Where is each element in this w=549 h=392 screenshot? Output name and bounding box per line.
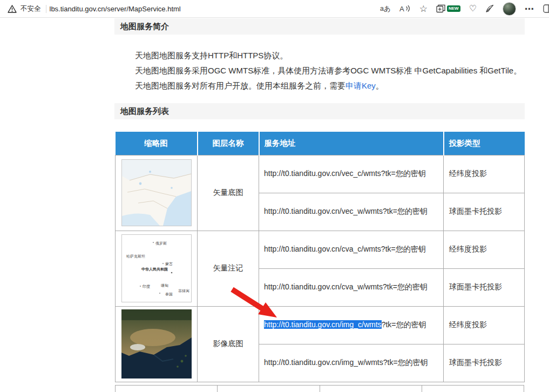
svg-text:泰国: 泰国 <box>165 292 173 296</box>
intro-paragraph-1: 天地图地图服务支持HTTP和HTTPS协议。 <box>114 50 525 60</box>
thumbnail-imagery-map <box>116 306 198 382</box>
profile-avatar[interactable] <box>503 2 516 16</box>
layer-name: 矢量底图 <box>198 155 259 231</box>
layer-name: 影像底图 <box>198 306 259 382</box>
table-row: 矢量底图 http://t0.tianditu.gov.cn/vec_c/wmt… <box>116 155 525 193</box>
svg-text:印度: 印度 <box>143 285 150 289</box>
empty-cell <box>422 385 524 392</box>
svg-text:蒙古: 蒙古 <box>165 262 173 266</box>
read-aloud-icon[interactable]: A <box>399 4 411 13</box>
projection-type: 经纬度投影 <box>444 231 525 268</box>
security-label: 不安全 <box>21 4 41 13</box>
empty-cell <box>320 385 422 392</box>
thumbnail-annotation-map: 俄罗斯 哈萨克斯坦 蒙古 中华人民共和国 印度 缅甸 泰国 菲律宾 <box>116 231 198 306</box>
collections-icon[interactable]: NEW <box>436 4 460 13</box>
thumbnail-vector-map <box>116 155 198 231</box>
url-remainder: ?tk=您的密钥 <box>382 320 426 329</box>
empty-cell <box>218 385 320 392</box>
intro-section-title: 地图服务简介 <box>114 18 525 35</box>
map-service-table: 缩略图 图层名称 服务地址 投影类型 <box>115 132 525 382</box>
chip-divider <box>46 5 46 13</box>
service-url-highlighted: http://t0.tianditu.gov.cn/img_c/wmts?tk=… <box>259 306 444 344</box>
service-url: http://t0.tianditu.gov.cn/cva_c/wmts?tk=… <box>259 231 444 268</box>
projection-type: 球面墨卡托投影 <box>444 268 525 306</box>
header-layer-name: 图层名称 <box>198 132 259 155</box>
table-row <box>116 385 524 392</box>
svg-text:A: A <box>399 5 404 13</box>
site-security-chip[interactable]: 不安全 <box>0 4 41 13</box>
imagery-map-image <box>121 309 192 379</box>
table-header-row: 缩略图 图层名称 服务地址 投影类型 <box>116 132 525 155</box>
vector-map-image <box>122 160 191 226</box>
apply-key-link[interactable]: 申请Key <box>345 81 376 90</box>
translate-icon[interactable]: aあ <box>380 5 391 12</box>
chrome-toolbar-icons: aあ A ☆ NEW ♡ ⋯ <box>380 2 549 16</box>
selected-text: http://t0.tianditu.gov.cn/img_c/wmts <box>264 320 382 329</box>
service-url: http://t0.tianditu.gov.cn/img_w/wmts?tk=… <box>259 344 444 382</box>
header-thumbnail: 缩略图 <box>116 132 198 155</box>
intro-paragraph-3: 天地图地图服务对所有用户开放。使用本组服务之前，需要申请Key。 <box>114 80 525 91</box>
empty-cell <box>116 385 218 392</box>
table-row: 俄罗斯 哈萨克斯坦 蒙古 中华人民共和国 印度 缅甸 泰国 菲律宾 <box>116 231 525 268</box>
avatar <box>503 2 516 16</box>
svg-text:哈萨克斯坦: 哈萨克斯坦 <box>126 254 145 259</box>
partial-next-row <box>115 385 524 392</box>
header-service-url: 服务地址 <box>259 132 444 155</box>
sidebar-icon[interactable] <box>543 4 549 13</box>
projection-type: 球面墨卡托投影 <box>444 193 525 231</box>
address-bar-url[interactable]: lbs.tianditu.gov.cn/server/MapService.ht… <box>50 5 181 13</box>
svg-text:俄罗斯: 俄罗斯 <box>155 241 167 246</box>
annotation-map-image: 俄罗斯 哈萨克斯坦 蒙古 中华人民共和国 印度 缅甸 泰国 菲律宾 <box>122 235 191 302</box>
intro-paragraph-3-period: 。 <box>376 81 384 90</box>
service-url: http://t0.tianditu.gov.cn/cva_w/wmts?tk=… <box>259 268 444 306</box>
layer-name: 矢量注记 <box>198 231 259 306</box>
svg-text:缅甸: 缅甸 <box>161 283 168 288</box>
svg-text:中华人民共和国: 中华人民共和国 <box>141 267 168 272</box>
favorite-star-icon[interactable]: ☆ <box>419 4 428 13</box>
quill-icon[interactable] <box>485 4 494 13</box>
projection-type: 经纬度投影 <box>444 306 525 344</box>
service-url: http://t0.tianditu.gov.cn/vec_w/wmts?tk=… <box>259 193 444 231</box>
table-row: 影像底图 http://t0.tianditu.gov.cn/img_c/wmt… <box>116 306 525 344</box>
svg-text:菲律宾: 菲律宾 <box>178 289 189 293</box>
intro-paragraph-2: 天地图地图服务采用OGC WMTS标准，具体使用方法请参考OGC WMTS标准 … <box>114 65 525 76</box>
header-projection: 投影类型 <box>444 132 525 155</box>
browser-chrome: 不安全 lbs.tianditu.gov.cn/server/MapServic… <box>0 0 549 18</box>
projection-type: 经纬度投影 <box>444 155 525 193</box>
new-badge: NEW <box>447 5 460 12</box>
intro-paragraph-3-text: 天地图地图服务对所有用户开放。使用本组服务之前，需要 <box>135 81 345 90</box>
list-section-title: 地图服务列表 <box>114 103 525 119</box>
service-url: http://t0.tianditu.gov.cn/vec_c/wmts?tk=… <box>259 155 444 193</box>
more-options-icon[interactable]: ⋯ <box>525 4 534 13</box>
browser-essentials-icon[interactable]: ♡ <box>469 4 477 13</box>
page-content: 地图服务简介 天地图地图服务支持HTTP和HTTPS协议。 天地图地图服务采用O… <box>114 18 525 392</box>
warning-icon <box>8 5 17 13</box>
projection-type: 球面墨卡托投影 <box>444 344 525 382</box>
